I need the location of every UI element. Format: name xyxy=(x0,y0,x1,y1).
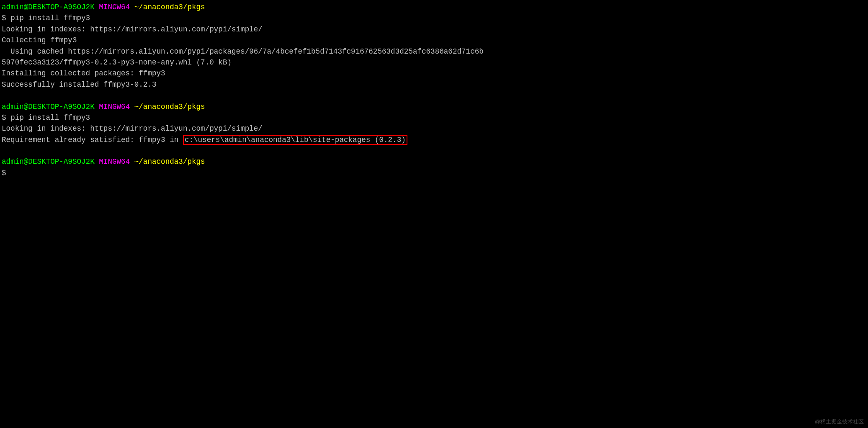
blank-line xyxy=(2,145,866,156)
working-dir: ~/anaconda3/pkgs xyxy=(134,157,205,166)
output-prefix: Requirement already satisfied: ffmpy3 in xyxy=(2,136,183,144)
command-line-1[interactable]: $ pip install ffmpy3 xyxy=(2,13,866,23)
shell-name: MINGW64 xyxy=(99,103,130,111)
user-host: admin@DESKTOP-A9SOJ2K xyxy=(2,157,95,166)
output-line: Successfully installed ffmpy3-0.2.3 xyxy=(2,79,866,90)
highlighted-path: c:\users\admin\anaconda3\lib\site-packag… xyxy=(183,135,407,145)
output-line: Installing collected packages: ffmpy3 xyxy=(2,68,866,79)
output-line: Looking in indexes: https://mirrors.aliy… xyxy=(2,24,866,35)
blank-line xyxy=(2,90,866,101)
command-text: pip install ffmpy3 xyxy=(10,113,90,122)
working-dir: ~/anaconda3/pkgs xyxy=(134,103,205,111)
output-line: Collecting ffmpy3 xyxy=(2,35,866,46)
working-dir: ~/anaconda3/pkgs xyxy=(134,3,205,11)
prompt-symbol: $ xyxy=(2,14,10,22)
prompt-line-2: admin@DESKTOP-A9SOJ2K MINGW64 ~/anaconda… xyxy=(2,101,866,112)
output-line: 5970fec3a3123/ffmpy3-0.2.3-py3-none-any.… xyxy=(2,57,866,68)
watermark-text: @稀土掘金技术社区 xyxy=(815,418,864,426)
prompt-symbol-empty[interactable]: $ xyxy=(2,168,866,178)
prompt-symbol: $ xyxy=(2,113,10,122)
output-line-highlighted: Requirement already satisfied: ffmpy3 in… xyxy=(2,134,866,145)
output-line: Looking in indexes: https://mirrors.aliy… xyxy=(2,123,866,134)
user-host: admin@DESKTOP-A9SOJ2K xyxy=(2,103,95,111)
output-line: Using cached https://mirrors.aliyun.com/… xyxy=(2,46,866,57)
shell-name: MINGW64 xyxy=(99,157,130,166)
command-text: pip install ffmpy3 xyxy=(10,14,90,22)
user-host: admin@DESKTOP-A9SOJ2K xyxy=(2,3,95,11)
shell-name: MINGW64 xyxy=(99,3,130,11)
prompt-line-3: admin@DESKTOP-A9SOJ2K MINGW64 ~/anaconda… xyxy=(2,156,866,167)
prompt-line-1: admin@DESKTOP-A9SOJ2K MINGW64 ~/anaconda… xyxy=(2,2,866,13)
command-line-2[interactable]: $ pip install ffmpy3 xyxy=(2,112,866,123)
